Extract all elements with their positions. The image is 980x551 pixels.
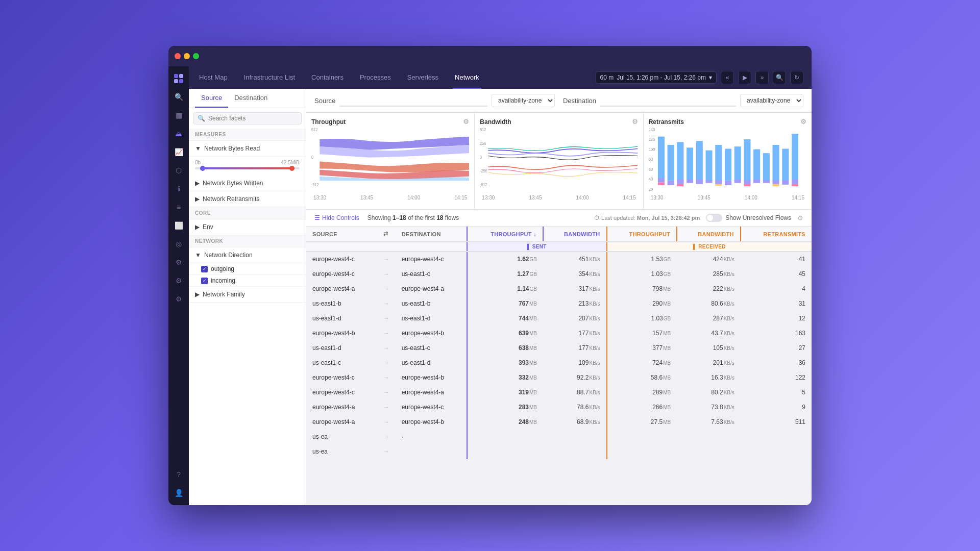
source-col-header[interactable]: SOURCE	[306, 227, 377, 242]
bandwidth-chart: 512 256 0 -256 -512	[480, 126, 638, 192]
nav-network[interactable]: Network	[453, 66, 481, 89]
nav-processes[interactable]: Processes	[358, 66, 393, 89]
infrastructure-icon[interactable]: ⛰	[170, 126, 187, 142]
sent-bandwidth-cell: 317KB/s	[543, 282, 607, 296]
sent-bandwidth-header[interactable]: BANDWIDTH	[543, 227, 607, 242]
retransmits-cell: 122	[741, 370, 812, 385]
unresolved-flows-toggle[interactable]	[706, 214, 722, 222]
recv-throughput-cell: 1.03GB	[607, 267, 677, 282]
table-row: europe-west4-a → europe-west4-b 248MB 68…	[306, 415, 812, 430]
retransmits-cell: 5	[741, 385, 812, 400]
network-bytes-written-filter[interactable]: ▶ Network Bytes Written	[189, 176, 306, 191]
bytes-read-slider[interactable]	[195, 167, 300, 169]
recv-bandwidth-header[interactable]: BANDWIDTH	[677, 227, 741, 242]
dest-cell: us-east1-c	[396, 267, 467, 282]
logs-icon[interactable]: ≡	[170, 199, 187, 215]
settings-icon[interactable]: ⚙	[170, 254, 187, 270]
nav-host-map[interactable]: Host Map	[197, 66, 230, 89]
source-group-select[interactable]: availability-zone	[492, 94, 555, 107]
dest-cell: europe-west4-b	[396, 370, 467, 385]
sent-throughput-header[interactable]: THROUGHPUT ↓	[467, 227, 543, 242]
next-next-btn[interactable]: »	[755, 71, 769, 84]
table-settings-icon[interactable]: ⚙	[797, 214, 803, 222]
svg-rect-48	[772, 180, 779, 184]
network-family-filter[interactable]: ▶ Network Family	[189, 287, 306, 303]
network-bytes-read-filter[interactable]: ▼ Network Bytes Read	[189, 141, 306, 157]
search-facets-input[interactable]	[208, 115, 297, 122]
minimize-button[interactable]	[184, 53, 190, 59]
integrations-icon[interactable]: ⬜	[170, 217, 187, 234]
synthetics-icon[interactable]: ◎	[170, 236, 187, 252]
settings2-icon[interactable]: ⚙	[170, 272, 187, 289]
svg-rect-25	[677, 180, 683, 184]
source-input[interactable]	[339, 94, 487, 107]
svg-rect-19	[658, 137, 665, 181]
close-button[interactable]	[175, 53, 181, 59]
sent-bandwidth-cell: 109KB/s	[543, 356, 607, 370]
network-direction-filter[interactable]: ▼ Network Direction	[189, 247, 306, 263]
sent-throughput-cell: 393MB	[467, 356, 543, 370]
core-section-header: CORE	[189, 207, 306, 219]
metrics-icon[interactable]: 📈	[170, 144, 187, 160]
bandwidth-chart-panel: Bandwidth ⚙ 512 256 0 -256 -512	[475, 113, 643, 209]
dest-cell: europe-west4-a	[396, 282, 467, 296]
tab-source[interactable]: Source	[195, 89, 228, 108]
throughput-gear-icon[interactable]: ⚙	[463, 118, 469, 126]
search-btn[interactable]: 🔍	[773, 71, 786, 84]
recv-bandwidth-cell: 80.2KB/s	[677, 385, 741, 400]
svg-rect-44	[753, 180, 760, 183]
search-nav-icon[interactable]: 🔍	[170, 89, 187, 105]
retransmits-gear-icon[interactable]: ⚙	[800, 118, 806, 126]
svg-text:120: 120	[649, 136, 655, 142]
incoming-filter-item[interactable]: ✓ incoming	[189, 275, 306, 287]
svg-rect-49	[772, 184, 779, 186]
recv-bandwidth-cell: 43.7KB/s	[677, 326, 741, 341]
env-filter[interactable]: ▶ Env	[189, 219, 306, 235]
play-btn[interactable]: ▶	[738, 71, 751, 84]
outgoing-filter-item[interactable]: ✓ outgoing	[189, 263, 306, 275]
app-layout: 🔍 ▦ ⛰ 📈 ⬡ ℹ ≡ ⬜ ◎ ⚙ ⚙ ⚙ ? 👤 Host Map Inf…	[168, 66, 812, 505]
arrow-cell: →	[377, 385, 396, 400]
user-icon[interactable]: 👤	[170, 485, 187, 501]
dest-group-select[interactable]: availability-zone	[740, 94, 803, 107]
table-row: europe-west4-c → europe-west4-b 332MB 92…	[306, 370, 812, 385]
sent-bandwidth-cell: 451KB/s	[543, 252, 607, 267]
refresh-btn[interactable]: ↻	[790, 71, 803, 84]
source-cell: europe-west4-c	[306, 370, 377, 385]
swap-col[interactable]: ⇄	[377, 227, 396, 242]
sent-bandwidth-cell	[543, 444, 607, 459]
help-icon[interactable]: ?	[170, 466, 187, 483]
svg-rect-51	[782, 180, 789, 185]
last-updated-text: ⏱ Last updated: Mon, Jul 15, 3:28:42 pm	[594, 215, 700, 221]
facet-search-box: 🔍	[189, 108, 306, 129]
info-icon[interactable]: ℹ	[170, 181, 187, 197]
apm-icon[interactable]: ⬡	[170, 162, 187, 179]
recv-throughput-cell	[607, 444, 677, 459]
network-retransmits-filter[interactable]: ▶ Network Retransmits	[189, 191, 306, 207]
tab-destination[interactable]: Destination	[228, 89, 274, 108]
dest-col-header[interactable]: DESTINATION	[396, 227, 467, 242]
dest-input[interactable]	[600, 94, 736, 107]
bandwidth-gear-icon[interactable]: ⚙	[632, 118, 638, 126]
prev-prev-btn[interactable]: «	[721, 71, 734, 84]
svg-rect-31	[705, 151, 712, 181]
retransmits-header[interactable]: RETRANSMITS	[741, 227, 812, 242]
hide-controls-button[interactable]: ☰ Hide Controls	[314, 214, 359, 221]
maximize-button[interactable]	[193, 53, 199, 59]
svg-text:0: 0	[480, 154, 482, 160]
time-range-selector[interactable]: 60 m Jul 15, 1:26 pm - Jul 15, 2:26 pm ▾	[596, 71, 717, 84]
outgoing-checkbox[interactable]: ✓	[201, 266, 208, 272]
source-cell: europe-west4-a	[306, 282, 377, 296]
traffic-lights	[175, 53, 199, 59]
dashboard-icon[interactable]: ▦	[170, 107, 187, 123]
filter-sections: MEASURES ▼ Network Bytes Read 0b 42.5MiB	[189, 129, 306, 505]
recv-throughput-header[interactable]: THROUGHPUT	[607, 227, 677, 242]
nav-infra-list[interactable]: Infrastructure List	[242, 66, 297, 89]
settings3-icon[interactable]: ⚙	[170, 291, 187, 307]
incoming-checkbox[interactable]: ✓	[201, 278, 208, 284]
recv-throughput-cell: 58.6MB	[607, 370, 677, 385]
nav-serverless[interactable]: Serverless	[405, 66, 440, 89]
dest-cell: us-east1-b	[396, 296, 467, 311]
nav-containers[interactable]: Containers	[309, 66, 346, 89]
main-content: Source Destination 🔍 MEASURES ▼ Ne	[189, 89, 812, 505]
